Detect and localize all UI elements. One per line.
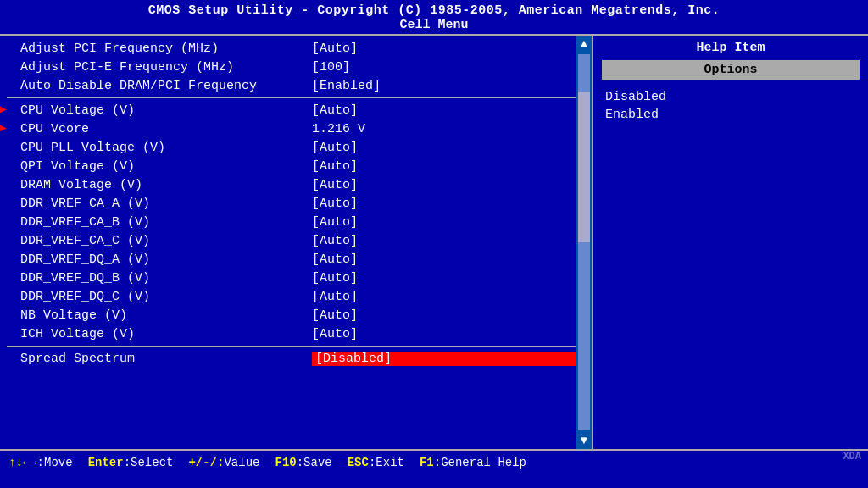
option-item[interactable]: Enabled [602,106,860,124]
menu-item-label: DDR_VREF_CA_C (V) [7,234,312,248]
menu-item-label: DDR_VREF_CA_B (V) [7,215,312,230]
footer-desc: :Select [124,456,174,469]
footer-item: F10:Save [275,456,331,469]
menu-row[interactable]: ICH Voltage (V)[Auto] [0,324,592,343]
menu-row[interactable]: ►CPU Vcore1.216 V [0,119,592,138]
scrollbar-down[interactable]: ▼ [581,432,587,449]
menu-row[interactable]: Auto Disable DRAM/PCI Frequency[Enabled] [0,76,592,95]
menu-row[interactable]: CPU PLL Voltage (V)[Auto] [0,138,592,157]
menu-item-value: [Auto] [312,197,585,211]
menu-row[interactable]: DDR_VREF_CA_B (V)[Auto] [0,213,592,231]
menu-row[interactable]: DDR_VREF_CA_C (V)[Auto] [0,231,592,250]
menu-item-value: [Auto] [312,290,585,304]
right-panel: Help Item Options DisabledEnabled [593,36,868,449]
menu-item-value: [Auto] [312,141,585,155]
menu-row[interactable]: Spread Spectrum[Disabled] [0,349,592,368]
scrollbar[interactable]: ▲ ▼ [576,36,592,449]
menu-item-label: Spread Spectrum [7,352,312,366]
menu-row[interactable]: QPI Voltage (V)[Auto] [0,157,592,175]
scrollbar-thumb [578,92,590,242]
menu-row[interactable]: DDR_VREF_DQ_A (V)[Auto] [0,250,592,269]
footer-item: +/-/:Value [188,456,259,469]
menu-item-value: [Auto] [312,103,585,118]
menu-item-label: Adjust PCI-E Frequency (MHz) [7,60,312,75]
menu-item-label: ICH Voltage (V) [7,327,312,341]
menu-item-label: QPI Voltage (V) [7,159,312,174]
footer-key: ↑↓←→ [8,456,37,469]
menu-item-label: DDR_VREF_DQ_A (V) [7,252,312,267]
watermark: XDA [843,451,861,463]
footer-item: ESC:Exit [348,456,404,469]
footer-key: ESC [348,456,369,469]
menu-row[interactable]: DRAM Voltage (V)[Auto] [0,175,592,194]
menu-item-label: DRAM Voltage (V) [7,178,312,192]
menu-item-label: CPU Voltage (V) [7,103,312,118]
footer-desc: :Save [297,456,332,469]
menu-item-value: [Auto] [312,308,585,323]
help-title: Help Item [602,41,860,55]
scrollbar-track [578,54,590,430]
menu-item-label: Auto Disable DRAM/PCI Frequency [7,79,312,93]
menu-item-value: [Auto] [312,159,585,174]
selection-arrow-icon: ► [0,103,7,118]
main-area: Adjust PCI Frequency (MHz)[Auto]Adjust P… [0,34,868,449]
menu-row[interactable]: Adjust PCI Frequency (MHz)[Auto] [0,39,592,58]
footer: ↑↓←→:MoveEnter:Select+/-/:ValueF10:SaveE… [0,449,868,474]
left-panel: Adjust PCI Frequency (MHz)[Auto]Adjust P… [0,36,593,449]
menu-row[interactable]: DDR_VREF_CA_A (V)[Auto] [0,194,592,213]
footer-desc: :Move [37,456,73,469]
menu-separator [7,97,585,98]
menu-item-value: [Enabled] [312,79,585,93]
selection-arrow-icon: ► [0,121,7,136]
menu-item-value: [100] [312,60,585,75]
footer-key: F1 [420,456,434,469]
menu-item-value: [Auto] [312,252,585,267]
menu-item-label: DDR_VREF_DQ_C (V) [7,290,312,304]
footer-desc: :Exit [369,456,404,469]
menu-row[interactable]: DDR_VREF_DQ_B (V)[Auto] [0,269,592,287]
menu-item-label: CPU PLL Voltage (V) [7,141,312,155]
footer-key: F10 [275,456,296,469]
footer-item: Enter:Select [88,456,174,469]
menu-item-label: Adjust PCI Frequency (MHz) [7,42,312,56]
menu-row[interactable]: DDR_VREF_DQ_C (V)[Auto] [0,287,592,306]
menu-item-value: 1.216 V [312,122,585,136]
menu-item-value: [Auto] [312,42,585,56]
menu-item-label: DDR_VREF_DQ_B (V) [7,271,312,286]
menu-item-value: [Auto] [312,271,585,286]
menu-item-value: [Auto] [312,234,585,248]
options-list: DisabledEnabled [602,88,860,124]
menu-item-value: [Disabled] [312,352,585,366]
footer-desc: :General Help [434,456,526,469]
menu-item-label: DDR_VREF_CA_A (V) [7,197,312,211]
menu-item-value: [Auto] [312,215,585,230]
footer-desc: Value [224,456,259,469]
footer-key: Enter [88,456,124,469]
menu-row[interactable]: ►CPU Voltage (V)[Auto] [0,101,592,119]
menu-row[interactable]: Adjust PCI-E Frequency (MHz)[100] [0,58,592,76]
menu-item-label: CPU Vcore [7,122,312,136]
menu-item-value: [Auto] [312,178,585,192]
menu-item-label: NB Voltage (V) [7,308,312,323]
header-subtitle: Cell Menu [0,18,868,32]
options-box-label: Options [602,60,860,80]
footer-key: +/-/: [188,456,224,469]
scrollbar-up[interactable]: ▲ [581,36,587,53]
header-title: CMOS Setup Utility - Copyright (C) 1985-… [0,3,868,18]
menu-separator [7,346,585,347]
footer-item: F1:General Help [420,456,526,469]
menu-list: Adjust PCI Frequency (MHz)[Auto]Adjust P… [0,36,592,371]
menu-row[interactable]: NB Voltage (V)[Auto] [0,306,592,324]
header: CMOS Setup Utility - Copyright (C) 1985-… [0,0,868,34]
option-item[interactable]: Disabled [602,88,860,106]
footer-item: ↑↓←→:Move [8,456,73,469]
menu-item-value: [Auto] [312,327,585,341]
